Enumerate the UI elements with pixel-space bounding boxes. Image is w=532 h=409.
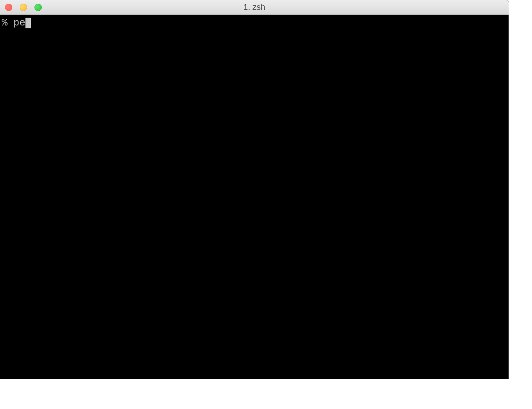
window-title: 1. zsh	[243, 2, 265, 12]
terminal-body[interactable]: % pe	[0, 15, 509, 379]
terminal-window: 1. zsh % pe	[0, 0, 509, 379]
prompt-line: % pe	[2, 17, 31, 29]
close-button[interactable]	[5, 4, 12, 11]
zoom-button[interactable]	[34, 4, 42, 11]
window-titlebar[interactable]: 1. zsh	[0, 0, 509, 15]
cursor-icon	[25, 18, 31, 28]
command-input[interactable]: pe	[14, 17, 25, 29]
minimize-button[interactable]	[20, 4, 27, 11]
traffic-lights	[0, 4, 42, 11]
prompt-symbol: %	[2, 17, 14, 29]
